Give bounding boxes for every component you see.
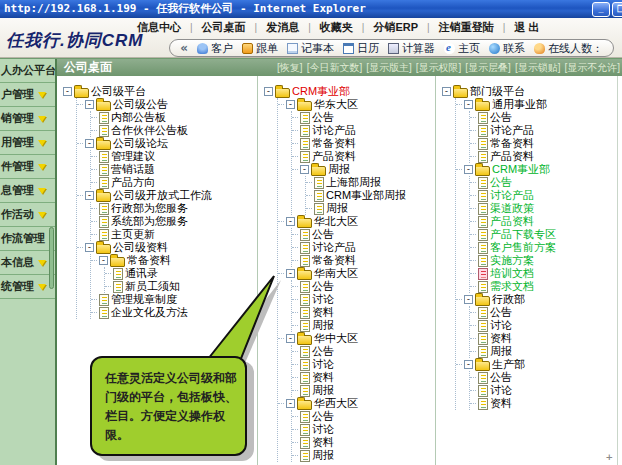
- expand-toggle[interactable]: -: [464, 165, 473, 174]
- folder-icon: [297, 335, 312, 345]
- toolbar-item-calculator[interactable]: 计算器: [388, 41, 435, 56]
- toolbar-item-home[interactable]: 主页: [444, 41, 480, 56]
- expand-toggle[interactable]: -: [286, 334, 295, 343]
- expand-toggle[interactable]: -: [442, 87, 451, 96]
- annotation-callout: 任意灵活定义公司级和部门级的平台，包括板快、栏目。方便定义操作权限。: [90, 356, 247, 456]
- document-icon: [99, 125, 109, 137]
- folder-icon: [96, 101, 111, 111]
- desktop-link-1[interactable]: [今日新文数]: [307, 61, 363, 75]
- expand-toggle[interactable]: -: [300, 165, 309, 174]
- sidebar-item-0[interactable]: 人办公平台: [0, 59, 55, 83]
- folder-icon: [297, 400, 312, 410]
- toolbar-item-notepad[interactable]: 记事本: [287, 41, 334, 56]
- toolbar-item-label: 主页: [458, 41, 480, 56]
- expand-toggle[interactable]: -: [286, 399, 295, 408]
- expand-toggle[interactable]: -: [85, 100, 94, 109]
- tree-node: -华西大区: [278, 397, 435, 410]
- desktop-link-5[interactable]: [显示锁贴]: [515, 61, 561, 75]
- document-icon: [99, 112, 109, 124]
- expand-toggle[interactable]: -: [99, 256, 108, 265]
- expand-toggle[interactable]: -: [63, 87, 72, 96]
- toolbar-item-label: 客户: [211, 41, 233, 56]
- expand-toggle[interactable]: -: [264, 87, 273, 96]
- toolbar-item-customer[interactable]: 客户: [197, 41, 233, 56]
- toolbar-item-calendar[interactable]: 日历: [343, 41, 379, 56]
- expand-toggle[interactable]: -: [464, 100, 473, 109]
- sidebar-item-2[interactable]: 销管理: [0, 107, 55, 131]
- desktop-link-2[interactable]: [显示版主]: [366, 61, 412, 75]
- desktop-link-3[interactable]: [显示权限]: [416, 61, 462, 75]
- menu-item-4[interactable]: 分销ERP: [364, 20, 427, 35]
- tree-node: -CRM事业部: [456, 163, 617, 176]
- minimize-button[interactable]: _: [592, 2, 610, 17]
- sidebar-item-3[interactable]: 用管理: [0, 131, 55, 155]
- desktop-header: 公司桌面 [恢复][今日新文数][显示版主][显示权限][显示层叠][显示锁贴]…: [57, 59, 622, 76]
- tree-node-label[interactable]: 周报: [312, 448, 334, 463]
- sidebar-item-4[interactable]: 件管理: [0, 155, 55, 179]
- tree-children: 内部公告板合作伙伴公告板: [90, 111, 257, 137]
- document-icon: [314, 203, 324, 215]
- sidebar-item-8[interactable]: 本信息: [0, 251, 55, 275]
- expand-toggle[interactable]: -: [85, 139, 94, 148]
- calculator-icon: [388, 43, 399, 54]
- folder-icon: [110, 257, 125, 267]
- menu-item-6[interactable]: 退 出: [505, 20, 548, 35]
- sidebar-item-5[interactable]: 息管理: [0, 179, 55, 203]
- sidebar-item-7[interactable]: 作流管理: [0, 227, 55, 251]
- menu-item-3[interactable]: 收藏夹: [311, 20, 362, 35]
- app-header: 任我行.协同CRM 信息中心|公司桌面|发消息|收藏夹|分销ERP|注销重登陆|…: [0, 18, 622, 58]
- document-icon: [478, 255, 488, 267]
- sidebar-item-9[interactable]: 统管理: [0, 275, 55, 299]
- document-icon: [478, 398, 488, 410]
- document-icon: [300, 346, 310, 358]
- menu-item-5[interactable]: 注销重登陆: [430, 20, 503, 35]
- document-icon: [300, 281, 310, 293]
- tree-children: -通用事业部公告讨论产品常备资料产品资料-CRM事业部公告讨论产品渠道政策产品资…: [455, 98, 617, 410]
- document-icon: [300, 424, 310, 436]
- sidebar-collapse-handle[interactable]: [49, 227, 54, 289]
- desktop-link-0[interactable]: [恢复]: [277, 61, 303, 75]
- expand-toggle[interactable]: -: [464, 360, 473, 369]
- sidebar-item-label: 用管理: [1, 135, 34, 150]
- expand-toggle[interactable]: -: [286, 100, 295, 109]
- dropdown-arrow-icon: [38, 164, 46, 170]
- dropdown-arrow-icon: [38, 140, 46, 146]
- desktop-link-4[interactable]: [显示层叠]: [465, 61, 511, 75]
- tree-children: -公司级公告内部公告板合作伙伴公告板-公司级论坛管理建议营销话题产品方向-公司级…: [76, 98, 257, 319]
- toolbar-item-online[interactable]: 在线人数：: [534, 41, 603, 56]
- tree-children: 公告讨论资料周报: [291, 410, 435, 462]
- sidebar-item-6[interactable]: 作活动: [0, 203, 55, 227]
- main-menubar: 信息中心|公司桌面|发消息|收藏夹|分销ERP|注销重登陆|退 出: [128, 20, 622, 35]
- expand-toggle[interactable]: -: [85, 191, 94, 200]
- document-icon: [478, 385, 488, 397]
- document-icon: [300, 307, 310, 319]
- window-title: http://192.168.1.199 - 任我行软件公司 - Interne…: [0, 0, 592, 18]
- desktop-link-6[interactable]: [显示不允许]: [564, 61, 620, 75]
- tree-node-label[interactable]: 企业文化及方法: [111, 305, 188, 320]
- expand-toggle[interactable]: -: [286, 269, 295, 278]
- toolbar-item-order[interactable]: 跟单: [242, 41, 278, 56]
- tree-node-label[interactable]: 资料: [490, 396, 512, 411]
- desktop-header-links: [恢复][今日新文数][显示版主][显示权限][显示层叠][显示锁贴][显示不允…: [277, 61, 622, 75]
- folder-icon: [475, 361, 490, 371]
- document-icon: [300, 320, 310, 332]
- document-icon: [99, 203, 109, 215]
- sidebar-item-1[interactable]: 户管理: [0, 83, 55, 107]
- window-titlebar: http://192.168.1.199 - 任我行软件公司 - Interne…: [0, 0, 622, 18]
- menu-item-1[interactable]: 公司桌面: [193, 20, 255, 35]
- expand-toggle[interactable]: -: [286, 217, 295, 226]
- expand-toggle[interactable]: -: [85, 243, 94, 252]
- order-icon: [242, 43, 253, 54]
- toolbar-item-contact[interactable]: 联系: [489, 41, 525, 56]
- tree-children: 上海部周报CRM事业部周报周报: [305, 176, 435, 215]
- sidebar-item-label: 统管理: [1, 279, 34, 294]
- document-icon: [300, 411, 310, 423]
- maximize-button[interactable]: ❐: [612, 2, 622, 17]
- collapse-toolbar-icon[interactable]: «: [180, 41, 188, 55]
- expand-toggle[interactable]: -: [464, 295, 473, 304]
- tree-children: 公告讨论产品常备资料产品资料: [469, 111, 617, 163]
- tree-children: 公告讨论资料周报: [291, 280, 435, 332]
- menu-item-2[interactable]: 发消息: [257, 20, 308, 35]
- document-icon: [478, 216, 488, 228]
- folder-icon: [297, 101, 312, 111]
